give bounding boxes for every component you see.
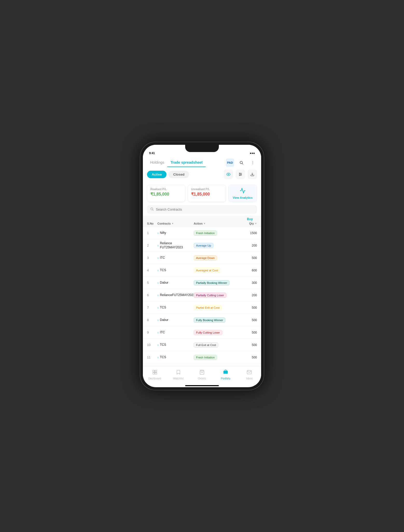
svg-point-10 [241,174,241,175]
top-navigation: Holdings Trade spreadsheet PAD [143,156,261,167]
settings-filter-icon[interactable] [236,170,245,179]
action-cell: Averaged at Cost [194,268,240,273]
save-icon-btn[interactable]: PAD [226,159,234,167]
row-number: 2 [147,244,157,247]
tab-trade-spreadsheet[interactable]: Trade spreadsheet [167,158,206,167]
table-row[interactable]: 8 › Dabur Fully Booking Winner 500 [143,314,261,326]
contract-cell: › Dabur [157,318,194,322]
buy-label: Buy [147,217,257,222]
bottom-nav-label-portfolio: Portfolio [221,377,231,380]
qty-cell: 200 [240,244,257,247]
row-chevron[interactable]: › [157,281,158,284]
svg-point-2 [253,161,253,162]
action-cell: Fully Cutting Loser [194,330,240,335]
action-cell: Fresh Initiation [194,355,240,360]
table-row[interactable]: 10 › TCS Full Exit at Cost 500 [143,339,261,351]
action-cell: Partially Booking Winner [194,280,240,285]
table-row[interactable]: 1 › Nifty Fresh Initiation 1500 [143,227,261,239]
row-chevron[interactable]: › [157,269,158,272]
table-row[interactable]: 9 › ITC Fully Cutting Loser 500 [143,326,261,339]
search-icon-btn[interactable] [237,159,246,167]
table-row[interactable]: 7 › TCS Partial Exit at Cost 500 [143,301,261,314]
row-chevron[interactable]: › [157,306,158,309]
eye-filter-icon[interactable] [224,170,233,179]
table-row[interactable]: 12 › Dabur Fresh Initiation 500 [143,364,261,366]
bottom-nav-label-watchlist: Watchlist [173,377,184,380]
contract-name: ITC [160,256,165,260]
table-row[interactable]: 5 › Dabur Partially Booking Winner 300 [143,277,261,289]
table-row[interactable]: 6 › RelianceFUT25MAY2023 Partially Cutti… [143,289,261,301]
action-badge: Partially Cutting Loser [194,293,226,298]
bottom-nav-inbox[interactable]: Inbox [238,369,261,381]
more-icon-btn[interactable] [249,159,257,167]
svg-point-9 [239,173,240,174]
row-chevron[interactable]: › [157,356,158,359]
row-chevron[interactable]: › [157,232,158,235]
bottom-nav-label-orders: Orders [198,377,206,380]
svg-line-1 [242,163,243,164]
row-chevron[interactable]: › [157,319,158,322]
row-chevron[interactable]: › [157,343,158,347]
search-input[interactable] [156,207,254,211]
active-filter-btn[interactable]: Active [147,171,166,178]
contracts-filter-arrow[interactable]: ▼ [171,222,174,225]
row-number: 11 [147,356,157,359]
bottom-nav-icon-orders [199,370,205,376]
col-action: Action ▼ [194,222,240,225]
action-badge: Partial Exit at Cost [194,305,222,310]
action-badge: Fresh Initiation [194,231,217,236]
contract-cell: › TCS [157,355,194,360]
contract-cell: › Nifty [157,231,194,235]
tab-holdings[interactable]: Holdings [147,158,167,167]
row-number: 9 [147,331,157,334]
analytics-label: View Analytics [233,196,253,199]
filter-bar: Active Closed [143,167,261,182]
bottom-nav-icon-dashboard [152,370,157,376]
action-filter-arrow[interactable]: ▼ [203,222,206,225]
svg-point-11 [239,175,240,176]
qty-cell: 500 [240,356,257,359]
row-chevron[interactable]: › [157,331,158,334]
table-row[interactable]: 3 › ITC Average Down 500 [143,252,261,264]
svg-point-3 [253,162,253,163]
view-analytics-btn[interactable]: View Analytics [228,185,257,202]
row-chevron[interactable]: › [157,244,158,247]
svg-point-5 [228,174,229,175]
bottom-nav-watchlist[interactable]: Watchlist [166,369,190,381]
closed-filter-btn[interactable]: Closed [169,171,189,178]
row-number: 10 [147,343,157,347]
contract-name: Reliance FUT25MAY2023 [160,241,194,249]
bottom-nav-portfolio[interactable]: Portfolio [214,369,238,381]
search-icon [150,207,154,212]
contract-cell: › TCS [157,343,194,347]
qty-cell: 200 [240,293,257,297]
realised-pl-label: Realised P/L [150,188,182,191]
unrealised-pl-card: Unrealised P/L ₹1,85,000 [188,185,226,202]
contract-cell: › ITC [157,256,194,260]
realised-pl-value: ₹1,85,000 [150,192,182,197]
action-badge: Averaged at Cost [194,268,220,273]
qty-cell: 500 [240,306,257,310]
contract-name: Dabur [160,318,169,322]
download-filter-icon[interactable] [248,170,257,179]
table-row[interactable]: 11 › TCS Fresh Initiation 500 [143,351,261,364]
qty-cell: 300 [240,281,257,285]
bottom-nav-icon-inbox [247,370,252,376]
bottom-nav-icon-watchlist [176,370,181,376]
qty-filter-arrow[interactable]: ▼ [255,222,257,225]
home-indicator [185,385,219,386]
phone-screen: 9:41 ●●● Holdings Trade spreadsheet PAD [143,145,261,387]
bottom-nav-dashboard[interactable]: Dashboard [143,369,166,381]
bottom-nav-orders[interactable]: Orders [190,369,214,381]
row-chevron[interactable]: › [157,294,158,297]
bottom-navigation: Dashboard Watchlist Orders Portfolio Inb… [143,366,261,385]
contract-name: Dabur [160,281,169,285]
action-cell: Fully Booking Winner [194,318,240,323]
table-row[interactable]: 4 › TCS Averaged at Cost 600 [143,264,261,277]
table-header: Buy S.No Contracts ▼ Action ▼ Qty ▼ [143,216,261,227]
table-row[interactable]: 2 › Reliance FUT25MAY2023 Average Up 200 [143,239,261,252]
row-number: 4 [147,269,157,272]
row-number: 3 [147,256,157,260]
row-chevron[interactable]: › [157,256,158,260]
svg-line-14 [153,210,154,211]
